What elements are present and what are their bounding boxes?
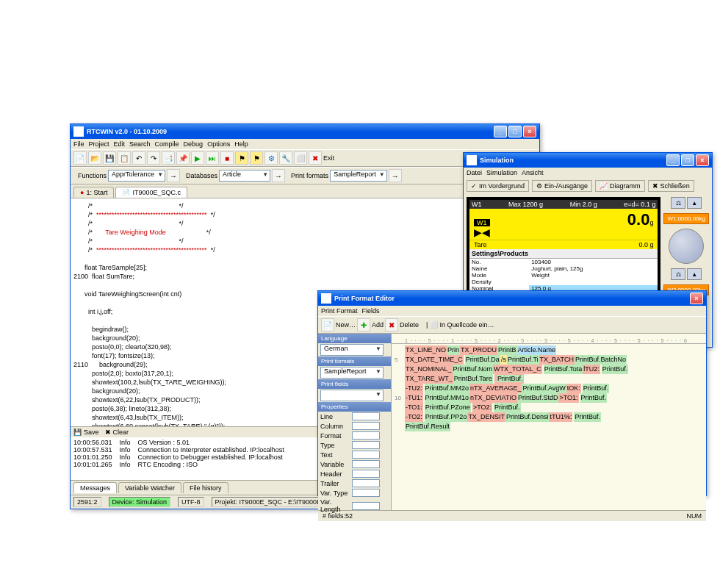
print-token[interactable]: PrintBuf. bbox=[574, 412, 601, 422]
pfe-prop-input[interactable] bbox=[352, 431, 380, 440]
clear-log-button[interactable]: ✖ Clear bbox=[105, 429, 129, 436]
print-token[interactable]: PrintBuf.Ti bbox=[507, 355, 539, 365]
pfe-prop-input[interactable] bbox=[352, 479, 380, 487]
pfe-prop-input[interactable] bbox=[352, 412, 380, 420]
print-token[interactable]: PrintBuf. bbox=[497, 375, 524, 382]
sim-titlebar[interactable]: Simulation _ □ × bbox=[464, 153, 712, 168]
pfe-close[interactable]: × bbox=[690, 293, 703, 304]
pfe-new-label[interactable]: New… bbox=[336, 321, 356, 329]
print-token[interactable]: -TU1: bbox=[405, 393, 423, 403]
print-row[interactable]: TX_NOMINAL_PrintBuf.NomWTX_TOTAL_C Print… bbox=[405, 365, 703, 374]
tab-varwatcher[interactable]: Variable Watcher bbox=[118, 482, 181, 493]
tab-start[interactable]: ●1: Start bbox=[73, 187, 114, 198]
databases-go-icon[interactable]: → bbox=[272, 169, 285, 182]
scale-icon[interactable]: ⚖ bbox=[671, 197, 685, 209]
print-token[interactable]: TX_NOMINAL_ bbox=[405, 365, 453, 374]
print-token[interactable]: /s bbox=[500, 355, 507, 365]
tool1-icon[interactable]: ⚙ bbox=[264, 151, 278, 165]
print-token[interactable]: TX_DATE_TIME_C bbox=[405, 355, 464, 365]
print-token[interactable]: Prin bbox=[447, 345, 460, 355]
sim-close[interactable]: × bbox=[696, 154, 709, 166]
print-token[interactable]: tOK: bbox=[566, 384, 581, 393]
open-icon[interactable]: 📂 bbox=[88, 151, 101, 165]
sim-menu-simulation[interactable]: Simulation bbox=[486, 169, 517, 176]
print-token[interactable]: Article.Name bbox=[517, 345, 557, 355]
print-token[interactable]: nTX_DEVIATIO bbox=[469, 393, 517, 403]
print-token[interactable]: PrintBuf.Tota bbox=[544, 365, 583, 374]
print-token[interactable]: PrintBuf.StdD bbox=[517, 393, 559, 403]
tool3-icon[interactable]: ⬜ bbox=[294, 151, 307, 165]
pfe-prop-input[interactable] bbox=[352, 451, 380, 459]
print-token[interactable]: tTU1%: bbox=[549, 412, 572, 422]
main-titlebar[interactable]: RTCWIN v2.0 - 01.10.2009 _ □ × bbox=[71, 124, 539, 139]
printformats-combo[interactable]: SampleReport bbox=[330, 170, 387, 182]
print-token[interactable]: WTX_TOTAL_C bbox=[493, 365, 542, 374]
sim-tab-diagram[interactable]: 📈 Diagramm bbox=[595, 180, 645, 192]
menu-options[interactable]: Options bbox=[207, 140, 230, 148]
menu-compile[interactable]: Compile bbox=[155, 140, 179, 148]
knob-1[interactable] bbox=[669, 229, 704, 264]
functions-combo[interactable]: ApprTolerance bbox=[108, 170, 165, 182]
settings-row[interactable]: Density bbox=[469, 279, 658, 285]
pfe-new-icon[interactable]: 📄 bbox=[321, 318, 334, 331]
settings-row[interactable]: ModeWeight bbox=[469, 272, 658, 279]
printformats-go-icon[interactable]: → bbox=[389, 169, 402, 182]
pfe-formats-combo[interactable]: SampleReport bbox=[320, 367, 384, 379]
print-token[interactable]: PrintBuf. bbox=[602, 365, 629, 374]
pfe-source-label[interactable]: In Quellcode ein… bbox=[439, 321, 494, 329]
print-token[interactable]: PrintBuf. bbox=[494, 374, 525, 384]
print-token[interactable]: -TU2: bbox=[405, 384, 423, 393]
w1-weight-button[interactable]: W1:0000,00kg bbox=[663, 213, 709, 224]
settings-row[interactable]: No.103400 bbox=[469, 259, 658, 265]
menu-project[interactable]: Project bbox=[89, 140, 109, 148]
pfe-canvas[interactable]: TX_LINE_NOPrinTX_PRODUPrintBArticle.Name… bbox=[392, 344, 706, 434]
pfe-titlebar[interactable]: Print Format Editor × bbox=[318, 291, 706, 306]
settings-row[interactable]: NameJoghurt, plain, 125g bbox=[469, 265, 658, 272]
up2-icon[interactable]: ▲ bbox=[687, 268, 702, 280]
print-token[interactable]: TX_LINE_NO bbox=[405, 345, 447, 355]
print-token[interactable]: TX_BATCH bbox=[539, 355, 575, 365]
exit-label[interactable]: Exit bbox=[323, 154, 334, 162]
print-token[interactable]: TX_DENSIT bbox=[467, 412, 505, 422]
sim-tab-foreground[interactable]: ✓ Im Vordergrund bbox=[467, 180, 529, 192]
stop-icon[interactable]: ■ bbox=[220, 151, 234, 165]
print-token[interactable]: PrintBuf.Nom bbox=[453, 365, 494, 374]
print-token[interactable]: PrintBuf.MM1o bbox=[425, 393, 470, 403]
menu-edit[interactable]: Edit bbox=[114, 140, 126, 148]
print-token[interactable]: nTX_AVERAGE_ bbox=[469, 384, 522, 393]
print-token[interactable]: TX_PRODU bbox=[460, 345, 497, 355]
print-token[interactable]: PrintBuf.BatchNo bbox=[575, 355, 627, 365]
pfe-prop-input[interactable] bbox=[352, 502, 380, 510]
pfe-menu-format[interactable]: Print Format bbox=[321, 307, 358, 315]
print-row[interactable]: 5TX_DATE_TIME_C PrintBuf.Da/sPrintBuf.Ti… bbox=[405, 355, 703, 365]
print-row[interactable]: TX_LINE_NOPrinTX_PRODUPrintBArticle.Name bbox=[405, 345, 703, 355]
undo-icon[interactable]: ↶ bbox=[132, 151, 145, 165]
pfe-lang-combo[interactable]: German bbox=[320, 344, 384, 356]
menu-file[interactable]: File bbox=[73, 140, 84, 148]
menu-debug[interactable]: Debug bbox=[184, 140, 204, 148]
sim-minimize[interactable]: _ bbox=[666, 154, 680, 166]
print-token[interactable]: -TO2: bbox=[405, 412, 423, 422]
tool2-icon[interactable]: 🔧 bbox=[279, 151, 292, 165]
sim-tab-io[interactable]: ⚙ Ein-/Ausgänge bbox=[532, 180, 592, 192]
exit-icon[interactable]: ✖ bbox=[309, 151, 322, 165]
print-token[interactable]: PrintBuf.PZone bbox=[425, 403, 471, 412]
pfe-add-icon[interactable]: ✚ bbox=[357, 318, 370, 331]
sim-menu-datei[interactable]: Datei bbox=[467, 169, 482, 176]
save-log-button[interactable]: 💾 Save bbox=[73, 429, 99, 436]
menu-search[interactable]: Search bbox=[129, 140, 151, 148]
print-token[interactable]: PrintBuf. bbox=[583, 384, 610, 393]
print-token[interactable]: -TO1: bbox=[405, 403, 423, 412]
pfe-delete-label[interactable]: Delete bbox=[400, 321, 419, 329]
tab-file[interactable]: 📄IT9000E_SQC.c bbox=[115, 187, 187, 198]
print-token[interactable]: >TO1: bbox=[558, 393, 578, 403]
close-button[interactable]: × bbox=[523, 126, 536, 137]
print-token[interactable]: PrintBuf.Result bbox=[405, 422, 450, 431]
sim-menu-ansicht[interactable]: Ansicht bbox=[522, 169, 544, 176]
tab-filehistory[interactable]: File history bbox=[183, 482, 228, 493]
step-icon[interactable]: ⏭ bbox=[206, 151, 219, 165]
pfe-prop-input[interactable] bbox=[352, 489, 380, 497]
up-icon[interactable]: ▲ bbox=[687, 197, 702, 209]
print-token[interactable]: lTU2: bbox=[583, 365, 600, 374]
pfe-prop-input[interactable] bbox=[352, 470, 380, 478]
